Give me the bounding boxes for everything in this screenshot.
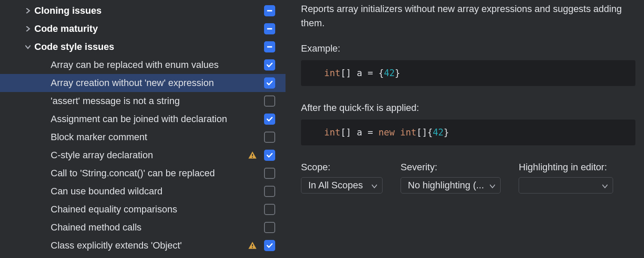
chevron-down-icon: [490, 180, 495, 191]
scope-value: In All Scopes: [308, 180, 363, 191]
svg-rect-6: [252, 247, 253, 248]
example-label: Example:: [301, 43, 635, 54]
tree-item-label: Array creation without 'new' expression: [51, 77, 264, 89]
checkbox-checked[interactable]: [264, 150, 275, 161]
svg-rect-5: [252, 244, 253, 247]
tree-group-code-maturity[interactable]: Code maturity: [0, 20, 286, 38]
highlighting-label: Highlighting in editor:: [519, 162, 613, 173]
chevron-right-icon: [24, 25, 32, 33]
checkbox-unchecked[interactable]: [264, 95, 275, 107]
chevron-down-icon: [602, 180, 608, 191]
checkbox-mixed[interactable]: [264, 41, 275, 52]
tree-group-code-style-issues[interactable]: Code style issues: [0, 38, 286, 56]
tree-item[interactable]: Can use bounded wildcard: [0, 182, 286, 200]
severity-dropdown[interactable]: No highlighting (...: [401, 177, 501, 194]
tree-group-cloning-issues[interactable]: Cloning issues: [0, 2, 286, 20]
tree-item-label: Chained method calls: [51, 222, 264, 233]
tree-items: Array can be replaced with enum valuesAr…: [0, 56, 286, 255]
tree-item[interactable]: Chained method calls: [0, 218, 286, 236]
svg-rect-4: [252, 157, 253, 158]
tree-item-label: Can use bounded wildcard: [51, 186, 264, 197]
severity-value: No highlighting (...: [408, 180, 484, 191]
chevron-right-icon: [24, 7, 32, 15]
after-code: int[] a = new int[]{42}: [301, 120, 635, 145]
tree-item[interactable]: Call to 'String.concat()' can be replace…: [0, 164, 286, 182]
scope-label: Scope:: [301, 162, 383, 173]
checkbox-unchecked[interactable]: [264, 186, 275, 197]
svg-rect-1: [267, 28, 272, 30]
warning-icon: [248, 241, 257, 250]
tree-item[interactable]: Class explicitly extends 'Object': [0, 236, 286, 255]
checkbox-checked[interactable]: [264, 77, 275, 89]
tree-group-label: Code style issues: [34, 41, 264, 52]
tree-item[interactable]: Array creation without 'new' expression: [0, 74, 286, 92]
checkbox-unchecked[interactable]: [264, 222, 275, 233]
tree-item-label: Chained equality comparisons: [51, 204, 264, 215]
tree-group-label: Code maturity: [34, 23, 264, 34]
checkbox-unchecked[interactable]: [264, 168, 275, 179]
chevron-down-icon: [372, 180, 377, 191]
tree-item-label: C-style array declaration: [51, 150, 244, 161]
checkbox-checked[interactable]: [264, 240, 275, 251]
checkbox-mixed[interactable]: [264, 23, 275, 34]
checkbox-checked[interactable]: [264, 114, 275, 125]
inspection-controls: Scope: In All Scopes Severity: No highli…: [301, 162, 635, 194]
svg-rect-3: [252, 154, 253, 157]
checkbox-mixed[interactable]: [264, 5, 275, 16]
scope-control: Scope: In All Scopes: [301, 162, 383, 194]
scope-dropdown[interactable]: In All Scopes: [301, 177, 383, 194]
tree-item-label: Block marker comment: [51, 132, 264, 143]
tree-item[interactable]: Block marker comment: [0, 128, 286, 146]
tree-item-label: Array can be replaced with enum values: [51, 59, 264, 71]
severity-label: Severity:: [401, 162, 501, 173]
severity-control: Severity: No highlighting (...: [401, 162, 501, 194]
tree-item-label: Assignment can be joined with declaratio…: [51, 114, 264, 125]
inspection-detail: Reports array initializers without new a…: [286, 0, 644, 258]
tree-item[interactable]: Array can be replaced with enum values: [0, 56, 286, 74]
tree-item[interactable]: Chained equality comparisons: [0, 200, 286, 218]
svg-rect-0: [267, 10, 272, 12]
highlighting-control: Highlighting in editor:: [519, 162, 613, 194]
after-label: After the quick-fix is applied:: [301, 102, 635, 114]
tree-item[interactable]: C-style array declaration: [0, 146, 286, 164]
checkbox-checked[interactable]: [264, 59, 275, 71]
tree-item-label: Class explicitly extends 'Object': [51, 240, 244, 251]
chevron-down-icon: [24, 43, 32, 51]
svg-rect-2: [267, 46, 272, 48]
inspection-tree: Cloning issues Code maturity Code style …: [0, 0, 286, 258]
checkbox-unchecked[interactable]: [264, 132, 275, 143]
tree-item-label: Call to 'String.concat()' can be replace…: [51, 168, 264, 179]
example-code: int[] a = {42}: [301, 60, 635, 86]
warning-icon: [248, 150, 257, 160]
tree-group-label: Cloning issues: [34, 5, 264, 16]
checkbox-unchecked[interactable]: [264, 204, 275, 215]
highlighting-dropdown[interactable]: [519, 177, 613, 194]
inspection-description: Reports array initializers without new a…: [301, 2, 635, 30]
tree-item-label: 'assert' message is not a string: [51, 95, 264, 107]
tree-item[interactable]: Assignment can be joined with declaratio…: [0, 110, 286, 128]
tree-item[interactable]: 'assert' message is not a string: [0, 92, 286, 110]
